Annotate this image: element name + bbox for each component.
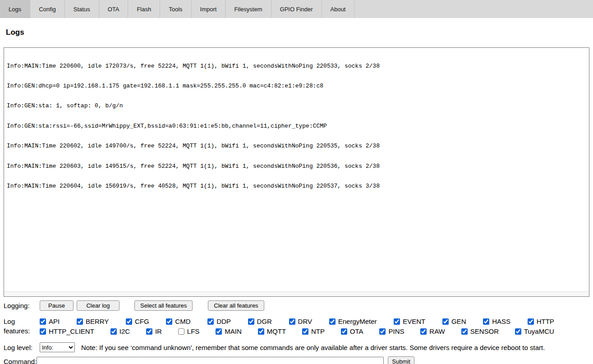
select-all-features-button[interactable]: Select all features [134, 300, 193, 311]
log-line: Info:GEN:dhcp=0 ip=192.168.1.175 gate=19… [7, 83, 586, 90]
log-line: Info:GEN:sta:rssi=-66,ssid=MrWhippy_EXT,… [7, 123, 586, 130]
feature-label: DGR [257, 318, 272, 325]
feature-checkbox-event[interactable] [394, 318, 400, 325]
clear-log-button[interactable]: Clear log [77, 300, 120, 311]
feature-item-mqtt[interactable]: MQTT [258, 327, 286, 335]
feature-item-cmd[interactable]: CMD [166, 318, 190, 325]
feature-item-lfs[interactable]: LFS [178, 327, 200, 335]
tab-bar: Logs Config Status OTA Flash Tools Impor… [0, 0, 593, 18]
tab-filesystem[interactable]: Filesystem [225, 0, 271, 18]
feature-checkbox-cmd[interactable] [166, 318, 172, 325]
feature-checkbox-sensor[interactable] [461, 328, 468, 335]
submit-button[interactable]: Submit [388, 356, 414, 364]
feature-item-ddp[interactable]: DDP [207, 318, 231, 325]
feature-checkbox-api[interactable] [40, 318, 46, 325]
feature-label: HTTP_CLIENT [49, 327, 94, 335]
feature-item-gen[interactable]: GEN [442, 318, 466, 325]
feature-label: MAIN [225, 327, 242, 335]
feature-item-main[interactable]: MAIN [216, 327, 242, 335]
feature-checkbox-ntp[interactable] [302, 328, 308, 335]
feature-item-tuyamcu[interactable]: TuyaMCU [515, 327, 554, 335]
feature-item-event[interactable]: EVENT [394, 318, 425, 325]
feature-checkbox-main[interactable] [216, 328, 222, 335]
feature-item-http-client[interactable]: HTTP_CLIENT [40, 327, 94, 335]
feature-item-drv[interactable]: DRV [289, 318, 312, 325]
feature-checkbox-dgr[interactable] [248, 318, 254, 325]
feature-checkbox-drv[interactable] [289, 318, 295, 325]
feature-checkbox-energymeter[interactable] [329, 318, 336, 325]
feature-item-berry[interactable]: BERRY [77, 318, 109, 325]
feature-label: API [49, 318, 60, 325]
feature-label: TuyaMCU [524, 327, 554, 335]
log-features-label: Log features: [4, 317, 40, 336]
feature-label: LFS [187, 327, 200, 335]
log-line: Info:MAIN:Time 220602, idle 149700/s, fr… [7, 143, 586, 150]
feature-row-1: API BERRY CFG CMD DDP DGR DRV EnergyMete… [40, 317, 554, 326]
feature-label: HASS [492, 318, 510, 325]
feature-checkbox-i2c[interactable] [110, 328, 117, 335]
feature-checkbox-http-client[interactable] [40, 328, 46, 335]
tab-gpio-finder[interactable]: GPIO Finder [271, 0, 322, 18]
feature-label: CMD [175, 318, 190, 325]
tab-status[interactable]: Status [65, 0, 99, 18]
page-title: Logs [0, 18, 593, 37]
tab-logs[interactable]: Logs [0, 0, 30, 18]
tab-about[interactable]: About [322, 0, 355, 18]
feature-checkbox-tuyamcu[interactable] [515, 328, 521, 335]
feature-label: PINS [388, 327, 404, 335]
feature-checkbox-raw[interactable] [420, 328, 427, 335]
feature-item-api[interactable]: API [40, 318, 60, 325]
feature-label: DRV [298, 318, 312, 325]
command-input[interactable] [37, 357, 384, 364]
feature-checkbox-gen[interactable] [442, 318, 449, 325]
clear-all-features-button[interactable]: Clear all features [208, 300, 264, 311]
feature-checkbox-ir[interactable] [146, 328, 152, 335]
log-level-select[interactable]: Info: [40, 342, 75, 352]
feature-label: BERRY [86, 318, 109, 325]
feature-checkbox-http[interactable] [528, 318, 534, 325]
feature-item-raw[interactable]: RAW [420, 327, 445, 335]
log-level-note: Note: If you see ‘command unknown', reme… [81, 344, 545, 351]
feature-checkbox-cfg[interactable] [126, 318, 132, 325]
feature-item-dgr[interactable]: DGR [248, 318, 272, 325]
feature-label: OTA [350, 327, 363, 335]
feature-label: GEN [451, 318, 466, 325]
pause-button[interactable]: Pause [40, 300, 74, 311]
feature-item-cfg[interactable]: CFG [126, 318, 149, 325]
feature-checkbox-hass[interactable] [483, 318, 489, 325]
feature-item-i2c[interactable]: I2C [110, 327, 130, 335]
feature-item-ota[interactable]: OTA [341, 327, 363, 335]
feature-checkbox-ota[interactable] [341, 328, 347, 335]
horizontal-scrollbar[interactable] [4, 291, 589, 296]
tab-config[interactable]: Config [30, 0, 65, 18]
tab-tools[interactable]: Tools [160, 0, 191, 18]
feature-label: MQTT [267, 327, 286, 335]
feature-item-energymeter[interactable]: EnergyMeter [329, 318, 377, 325]
log-line: Info:GEN:sta: 1, softap: 0, b/g/n [7, 103, 586, 110]
feature-item-ntp[interactable]: NTP [302, 327, 325, 335]
feature-item-ir[interactable]: IR [146, 327, 162, 335]
feature-label: NTP [311, 327, 325, 335]
feature-item-pins[interactable]: PINS [379, 327, 404, 335]
feature-checkbox-lfs[interactable] [178, 328, 184, 335]
feature-label: HTTP [537, 318, 554, 325]
feature-checkbox-mqtt[interactable] [258, 328, 264, 335]
feature-label: CFG [135, 318, 149, 325]
tab-import[interactable]: Import [192, 0, 226, 18]
tab-ota[interactable]: OTA [99, 0, 129, 18]
logging-label: Logging: [4, 302, 40, 309]
command-label: Command: [4, 358, 37, 364]
feature-label: SENSOR [470, 327, 499, 335]
log-level-label: Log level: [4, 344, 40, 351]
feature-checkbox-pins[interactable] [379, 328, 386, 335]
tab-flash[interactable]: Flash [128, 0, 160, 18]
feature-item-http[interactable]: HTTP [528, 318, 554, 325]
feature-checkbox-ddp[interactable] [207, 318, 214, 325]
log-output-area[interactable]: Info:MAIN:Time 220600, idle 172073/s, fr… [4, 47, 589, 297]
feature-item-sensor[interactable]: SENSOR [461, 327, 499, 335]
feature-checkbox-berry[interactable] [77, 318, 83, 325]
log-line: Info:MAIN:Time 220604, idle 156919/s, fr… [7, 183, 586, 190]
logs-page: Logs Config Status OTA Flash Tools Impor… [0, 0, 593, 364]
feature-item-hass[interactable]: HASS [483, 318, 510, 325]
feature-label: IR [155, 327, 162, 335]
